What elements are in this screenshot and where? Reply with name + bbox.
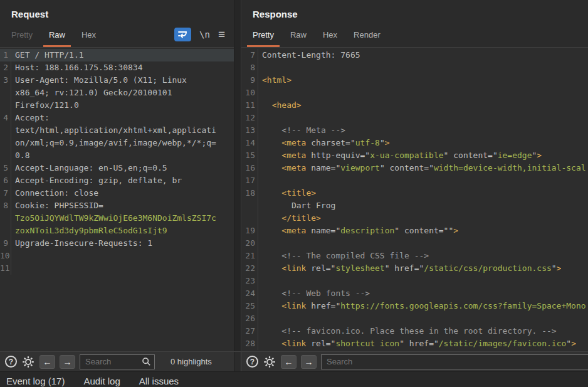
code-text xyxy=(11,250,15,262)
highlights-count: 0 highlights xyxy=(171,357,212,366)
line-number: 5 xyxy=(0,162,11,174)
request-code-line[interactable]: on/xml;q=0.9,image/avif,image/webp,*/*;q… xyxy=(0,137,234,149)
line-number: 16 xyxy=(241,162,258,174)
response-code-line[interactable]: 27 <!-- favicon.ico. Place these in the … xyxy=(241,325,588,337)
hamburger-menu-icon: ≡ xyxy=(218,28,225,40)
line-number: 4 xyxy=(0,112,11,124)
help-icon[interactable]: ? xyxy=(246,356,258,368)
response-code-line[interactable]: 25 <link href="https://fonts.googleapis.… xyxy=(241,300,588,312)
response-code-line[interactable]: Dart Frog xyxy=(241,199,588,212)
word-wrap-toggle-button[interactable] xyxy=(174,28,191,41)
search-next-button[interactable]: → xyxy=(60,355,75,369)
request-code-line[interactable]: 3User-Agent: Mozilla/5.0 (X11; Linux xyxy=(0,74,234,87)
response-tabs: PrettyRawHexRender xyxy=(253,25,397,47)
line-number: 18 xyxy=(241,187,258,199)
request-code-line[interactable]: 8Cookie: PHPSESSID= xyxy=(0,199,234,212)
line-number xyxy=(241,199,258,212)
request-code-line[interactable]: 4Accept: xyxy=(0,112,234,124)
request-code-line[interactable]: 5Accept-Language: en-US,en;q=0.5 xyxy=(0,162,234,174)
search-previous-button[interactable]: ← xyxy=(39,355,55,369)
response-tab-hex[interactable]: Hex xyxy=(323,25,337,47)
response-code-line[interactable]: 19 <meta name="description" content=""> xyxy=(241,225,588,237)
search-settings-gear-icon[interactable] xyxy=(263,355,276,369)
line-number: 27 xyxy=(241,325,258,337)
response-code-line[interactable]: 18 <title> xyxy=(241,187,588,199)
request-code-line[interactable]: Firefox/121.0 xyxy=(0,99,234,112)
response-code-line[interactable]: 22 <link rel="stylesheet" href="/static/… xyxy=(241,262,588,275)
request-code-line[interactable]: 10 xyxy=(0,250,234,262)
request-tab-pretty: Pretty xyxy=(11,25,33,47)
response-code-line[interactable]: 9<html> xyxy=(241,74,588,87)
line-number xyxy=(241,212,258,225)
dock-tab-event-log-17[interactable]: Event log (17) xyxy=(6,376,65,387)
response-code-line[interactable]: 13 <!-- Meta --> xyxy=(241,124,588,137)
request-code-line[interactable]: 0.8 xyxy=(0,149,234,162)
request-code-line[interactable]: Tzo5OiJQYWdlTW9kZWwiOjE6e3M6NDoiZmlsZSI7… xyxy=(0,212,234,225)
response-code-line[interactable]: 26 xyxy=(241,312,588,325)
request-tab-raw[interactable]: Raw xyxy=(49,25,65,47)
request-code-line[interactable]: 1GET / HTTP/1.1 xyxy=(0,49,234,61)
response-code-line[interactable]: 23 xyxy=(241,275,588,287)
request-search-bar: ? ← → 0 highlights xyxy=(0,352,234,371)
response-code-line[interactable]: 28 <link rel="shortcut icon" href="/stat… xyxy=(241,337,588,350)
line-number xyxy=(0,137,11,149)
response-tab-raw[interactable]: Raw xyxy=(290,25,307,47)
response-code-line[interactable]: 12 xyxy=(241,112,588,124)
code-text: text/html,application/xhtml+xml,applicat… xyxy=(11,124,216,137)
response-code-line[interactable]: 7Content-Length: 7665 xyxy=(241,49,588,61)
line-number: 2 xyxy=(0,61,11,74)
response-code-line[interactable]: 10 xyxy=(241,87,588,99)
response-code-line[interactable]: </title> xyxy=(241,212,588,225)
request-code-line[interactable]: text/html,application/xhtml+xml,applicat… xyxy=(0,124,234,137)
search-magnifier-icon xyxy=(142,357,151,366)
request-code-line[interactable]: zoxNToiL3d3dy9pbmRleC5odG1sIjt9 xyxy=(0,225,234,237)
dock-tab-audit-log[interactable]: Audit log xyxy=(83,376,120,387)
response-search-input[interactable] xyxy=(321,354,588,369)
request-code-line[interactable]: 7Connection: close xyxy=(0,187,234,199)
request-editor[interactable]: 1GET / HTTP/1.12Host: 188.166.175.58:308… xyxy=(0,48,234,351)
request-code-line[interactable]: 11 xyxy=(0,262,234,275)
response-code-line[interactable]: 11 <head> xyxy=(241,99,588,112)
response-tab-render[interactable]: Render xyxy=(354,25,381,47)
search-settings-gear-icon[interactable] xyxy=(21,355,35,369)
line-number: 24 xyxy=(241,287,258,300)
code-text: Firefox/121.0 xyxy=(11,99,79,112)
code-text xyxy=(258,174,262,187)
response-tab-pretty[interactable]: Pretty xyxy=(253,25,274,47)
request-title: Request xyxy=(0,0,234,25)
show-newlines-toggle-button[interactable]: \n xyxy=(199,29,210,40)
code-text: <meta charset="utf-8"> xyxy=(258,137,390,149)
request-code-line[interactable]: 6Accept-Encoding: gzip, deflate, br xyxy=(0,174,234,187)
line-number: 9 xyxy=(241,74,258,87)
line-number xyxy=(0,87,11,99)
panel-splitter[interactable] xyxy=(234,0,241,351)
code-text: x86_64; rv:121.0) Gecko/20100101 xyxy=(11,87,172,99)
code-text: <link rel="shortcut icon" href="/static/… xyxy=(258,337,576,350)
request-code-line[interactable]: x86_64; rv:121.0) Gecko/20100101 xyxy=(0,87,234,99)
request-panel: Request PrettyRawHex \n ≡ xyxy=(0,0,234,351)
response-code-line[interactable]: 15 <meta http-equiv="x-ua-compatible" co… xyxy=(241,149,588,162)
response-code-line[interactable]: 24 <!-- Web fonts --> xyxy=(241,287,588,300)
dock-tab-all-issues[interactable]: All issues xyxy=(139,376,179,387)
response-code-line[interactable]: 20 xyxy=(241,237,588,250)
response-editor[interactable]: 7Content-Length: 766589<html>1011 <head>… xyxy=(241,48,588,351)
response-code-line[interactable]: 16 <meta name="viewport" content="width=… xyxy=(241,162,588,174)
editor-menu-button[interactable]: ≡ xyxy=(218,28,225,40)
code-text: <!-- Web fonts --> xyxy=(258,287,370,300)
code-text: Tzo5OiJQYWdlTW9kZWwiOjE6e3M6NDoiZmlsZSI7… xyxy=(11,212,216,225)
response-code-line[interactable]: 21 <!-- The compiled CSS file --> xyxy=(241,250,588,262)
request-code-line[interactable]: 9Upgrade-Insecure-Requests: 1 xyxy=(0,237,234,250)
help-icon[interactable]: ? xyxy=(5,356,17,368)
request-code-line[interactable]: 2Host: 188.166.175.58:30834 xyxy=(0,61,234,74)
line-number: 10 xyxy=(0,250,11,262)
search-previous-button[interactable]: ← xyxy=(281,355,297,369)
response-code-line[interactable]: 17 xyxy=(241,174,588,187)
search-next-button[interactable]: → xyxy=(301,355,317,369)
word-wrap-icon xyxy=(177,29,188,39)
response-title: Response xyxy=(241,0,588,25)
request-tab-hex[interactable]: Hex xyxy=(81,25,96,47)
response-code-line[interactable]: 8 xyxy=(241,61,588,74)
line-number: 10 xyxy=(241,87,258,99)
response-code-line[interactable]: 14 <meta charset="utf-8"> xyxy=(241,137,588,149)
code-text xyxy=(258,237,262,250)
